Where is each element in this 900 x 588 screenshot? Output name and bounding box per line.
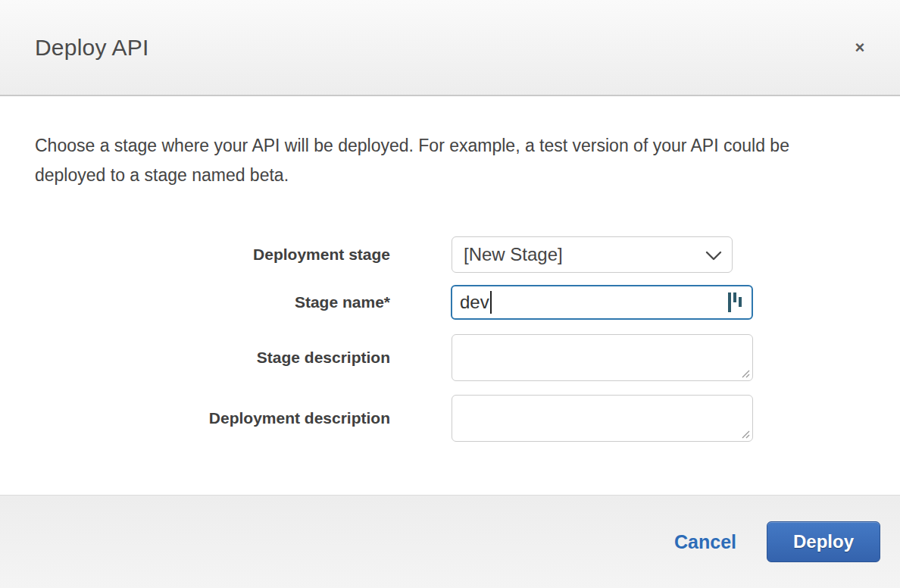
modal-footer: Cancel Deploy: [0, 495, 900, 588]
modal-description: Choose a stage where your API will be de…: [35, 131, 844, 190]
deployment-stage-label: Deployment stage: [35, 236, 390, 273]
deployment-stage-select[interactable]: [New Stage]: [452, 236, 733, 273]
chevron-down-icon: [705, 244, 722, 265]
resize-handle-icon[interactable]: [740, 429, 750, 439]
modal-header: Deploy API ×: [0, 0, 900, 96]
stage-name-value: dev: [460, 292, 489, 313]
deploy-button[interactable]: Deploy: [767, 521, 880, 562]
stage-name-input[interactable]: dev: [451, 285, 753, 320]
text-cursor: [490, 291, 492, 314]
stage-description-label: Stage description: [35, 334, 390, 381]
cancel-button[interactable]: Cancel: [674, 531, 736, 553]
stage-name-label: Stage name*: [35, 285, 390, 320]
modal-title: Deploy API: [35, 35, 148, 61]
deployment-description-textarea[interactable]: [452, 395, 753, 442]
deployment-stage-selected-value: [New Stage]: [464, 244, 563, 265]
close-icon[interactable]: ×: [845, 33, 875, 63]
stage-description-textarea[interactable]: [452, 334, 753, 381]
deployment-description-label: Deployment description: [35, 395, 390, 442]
password-manager-icon[interactable]: [728, 292, 742, 313]
resize-handle-icon[interactable]: [740, 368, 750, 378]
deploy-api-modal: Deploy API × Choose a stage where your A…: [0, 0, 900, 588]
